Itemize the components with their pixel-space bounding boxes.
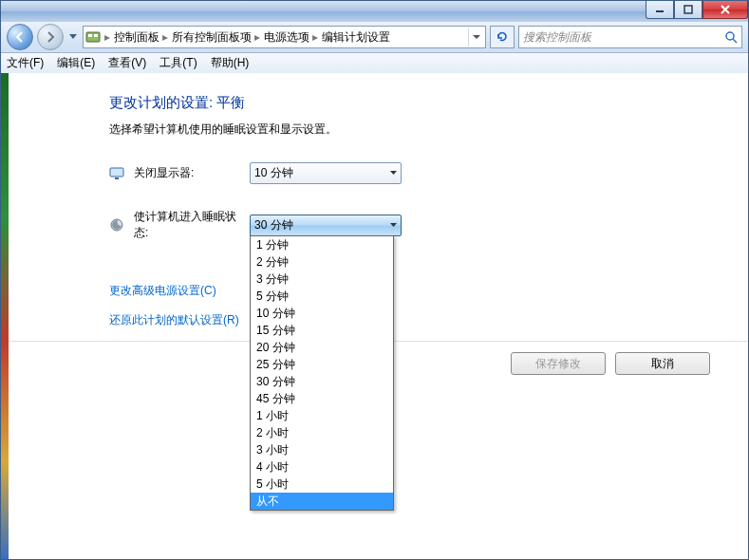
titlebar [1, 1, 748, 22]
row-display-off: 关闭显示器: 10 分钟 [109, 162, 748, 184]
page-title: 更改计划的设置: 平衡 [109, 94, 748, 112]
display-off-combo[interactable]: 10 分钟 [250, 162, 402, 184]
minimize-icon [655, 5, 665, 14]
menu-bar: 文件(F) 编辑(E) 查看(V) 工具(T) 帮助(H) [1, 53, 748, 74]
control-panel-icon [85, 29, 101, 45]
dropdown-option[interactable]: 1 分钟 [251, 236, 393, 253]
arrow-right-icon [44, 30, 57, 44]
display-off-value: 10 分钟 [254, 165, 293, 181]
cancel-button[interactable]: 取消 [615, 352, 710, 375]
left-stripe [1, 73, 9, 559]
menu-view[interactable]: 查看(V) [108, 55, 146, 71]
sleep-combo[interactable]: 30 分钟 1 分钟2 分钟3 分钟5 分钟10 分钟15 分钟20 分钟25 … [250, 215, 402, 236]
chevron-down-icon [69, 34, 77, 40]
breadcrumb-item[interactable]: 控制面板▸ [114, 29, 168, 46]
dropdown-option[interactable]: 10 分钟 [251, 305, 393, 322]
dropdown-option[interactable]: 4 小时 [251, 458, 393, 476]
window-buttons [646, 1, 748, 19]
search-placeholder: 搜索控制面板 [523, 29, 591, 46]
dropdown-option[interactable]: 45 分钟 [251, 390, 393, 407]
svg-rect-4 [94, 34, 98, 37]
sleep-value: 30 分钟 [254, 217, 293, 233]
sleep-label: 使计算机进入睡眠状态: [134, 209, 250, 241]
dropdown-option[interactable]: 3 小时 [251, 441, 393, 458]
svg-rect-8 [115, 177, 119, 179]
main-panel: 更改计划的设置: 平衡 选择希望计算机使用的睡眠设置和显示设置。 关闭显示器: … [9, 73, 748, 342]
footer-buttons: 保存修改 取消 [511, 352, 710, 375]
svg-rect-3 [88, 34, 92, 37]
dropdown-option[interactable]: 1 小时 [251, 407, 393, 424]
address-dropdown[interactable] [468, 28, 483, 47]
breadcrumb-sep[interactable]: ▸ [104, 30, 110, 44]
close-button[interactable] [702, 1, 748, 19]
dropdown-option[interactable]: 2 分钟 [251, 253, 393, 271]
dropdown-option[interactable]: 从不 [251, 493, 393, 510]
close-icon [720, 5, 731, 14]
dropdown-option[interactable]: 5 分钟 [251, 288, 393, 305]
refresh-icon [496, 30, 509, 44]
dropdown-option[interactable]: 30 分钟 [251, 373, 393, 390]
breadcrumb-item[interactable]: 编辑计划设置 [322, 29, 390, 46]
refresh-button[interactable] [490, 26, 515, 48]
link-advanced-settings[interactable]: 更改高级电源设置(C) [109, 283, 216, 299]
dropdown-option[interactable]: 3 分钟 [251, 271, 393, 288]
menu-help[interactable]: 帮助(H) [211, 55, 250, 71]
window: ▸ 控制面板▸ 所有控制面板项▸ 电源选项▸ 编辑计划设置 搜索控制面板 [0, 0, 749, 560]
breadcrumb-item[interactable]: 电源选项▸ [264, 29, 318, 46]
nav-history-dropdown[interactable] [67, 34, 79, 40]
svg-rect-7 [110, 168, 123, 177]
menu-file[interactable]: 文件(F) [7, 55, 44, 71]
sleep-dropdown-list[interactable]: 1 分钟2 分钟3 分钟5 分钟10 分钟15 分钟20 分钟25 分钟30 分… [250, 235, 394, 511]
save-button[interactable]: 保存修改 [511, 352, 606, 375]
moon-icon [109, 217, 124, 233]
menu-edit[interactable]: 编辑(E) [57, 55, 95, 71]
svg-point-5 [726, 32, 734, 40]
display-off-label: 关闭显示器: [134, 165, 250, 181]
svg-line-6 [733, 39, 737, 43]
arrow-left-icon [13, 30, 27, 44]
breadcrumb-item[interactable]: 所有控制面板项▸ [172, 29, 260, 46]
minimize-button[interactable] [646, 1, 674, 19]
forward-button[interactable] [37, 24, 64, 50]
nav-row: ▸ 控制面板▸ 所有控制面板项▸ 电源选项▸ 编辑计划设置 搜索控制面板 [1, 22, 748, 53]
links-block: 更改高级电源设置(C) 还原此计划的默认设置(R) [109, 283, 748, 342]
address-bar[interactable]: ▸ 控制面板▸ 所有控制面板项▸ 电源选项▸ 编辑计划设置 [83, 26, 486, 48]
chevron-down-icon [473, 35, 480, 40]
dropdown-option[interactable]: 2 小时 [251, 424, 393, 441]
svg-rect-1 [684, 6, 692, 13]
row-sleep: 使计算机进入睡眠状态: 30 分钟 1 分钟2 分钟3 分钟5 分钟10 分钟1… [109, 209, 748, 241]
chevron-down-icon [390, 170, 397, 177]
search-input[interactable]: 搜索控制面板 [518, 26, 742, 48]
dropdown-option[interactable]: 5 小时 [251, 476, 393, 493]
content-area: 更改计划的设置: 平衡 选择希望计算机使用的睡眠设置和显示设置。 关闭显示器: … [1, 73, 748, 559]
dropdown-option[interactable]: 25 分钟 [251, 356, 393, 373]
maximize-button[interactable] [674, 1, 702, 19]
chevron-down-icon [390, 222, 397, 229]
page-subtext: 选择希望计算机使用的睡眠设置和显示设置。 [109, 121, 748, 138]
search-icon [724, 30, 738, 44]
menu-tools[interactable]: 工具(T) [159, 55, 197, 71]
maximize-icon [683, 5, 693, 14]
svg-rect-0 [656, 10, 664, 12]
dropdown-option[interactable]: 20 分钟 [251, 339, 393, 356]
back-button[interactable] [7, 24, 33, 50]
dropdown-option[interactable]: 15 分钟 [251, 322, 393, 339]
monitor-icon [109, 166, 124, 181]
link-restore-defaults[interactable]: 还原此计划的默认设置(R) [109, 312, 239, 328]
